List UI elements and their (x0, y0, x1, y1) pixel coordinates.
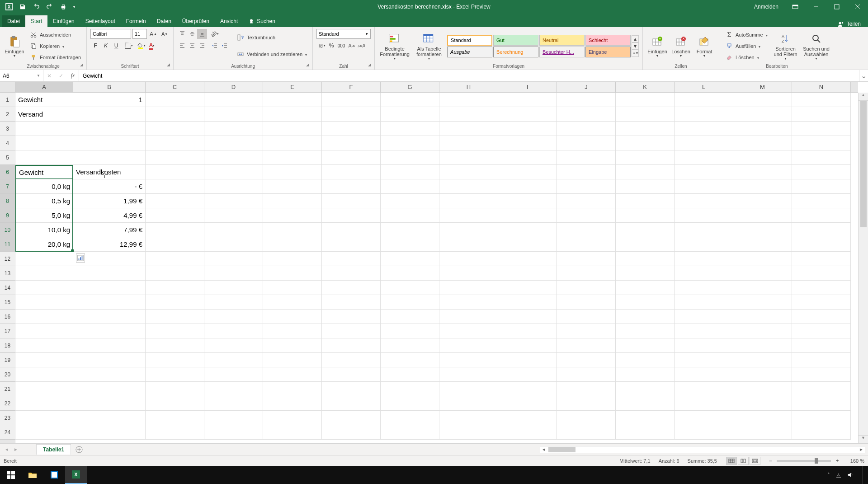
cell-A1[interactable]: Gewicht (15, 93, 73, 107)
cell-K11[interactable] (616, 237, 675, 252)
cell-B23[interactable] (73, 411, 146, 425)
italic-button[interactable]: K (101, 41, 111, 51)
insert-cells-button[interactable]: +Einfügen▼ (646, 29, 668, 63)
cell-K3[interactable] (616, 122, 675, 136)
cell-K8[interactable] (616, 194, 675, 208)
cell-I20[interactable] (498, 367, 557, 382)
cell-D3[interactable] (204, 122, 263, 136)
cell-D8[interactable] (204, 194, 263, 208)
cell-D6[interactable] (204, 165, 263, 179)
cell-L10[interactable] (675, 223, 733, 237)
cell-D24[interactable] (204, 425, 263, 440)
taskbar-file-explorer-icon[interactable] (22, 466, 43, 484)
cell-G23[interactable] (381, 411, 439, 425)
cell-H2[interactable] (439, 107, 498, 122)
cell-style-eingabe[interactable]: Eingabe (585, 47, 631, 57)
redo-icon[interactable] (43, 0, 56, 13)
cell-style-gut[interactable]: Gut (493, 35, 538, 46)
tab-review[interactable]: Überprüfen (177, 15, 215, 27)
cell-C23[interactable] (146, 411, 204, 425)
cell-J6[interactable] (557, 165, 616, 179)
cell-J22[interactable] (557, 396, 616, 411)
cell-I1[interactable] (498, 93, 557, 107)
cell-B24[interactable] (73, 425, 146, 440)
cell-E20[interactable] (263, 367, 322, 382)
cell-C9[interactable] (146, 208, 204, 223)
cell-J2[interactable] (557, 107, 616, 122)
cell-N24[interactable] (792, 425, 851, 440)
cell-C22[interactable] (146, 396, 204, 411)
cell-K19[interactable] (616, 353, 675, 367)
cell-B8[interactable]: 1,99 € (73, 194, 146, 208)
cell-N19[interactable] (792, 353, 851, 367)
cell-A6[interactable]: Gewicht (15, 165, 73, 179)
cell-G11[interactable] (381, 237, 439, 252)
cell-E3[interactable] (263, 122, 322, 136)
accounting-format-icon[interactable]: ₪▾ (316, 41, 326, 51)
cell-E11[interactable] (263, 237, 322, 252)
cell-style-neutral[interactable]: Neutral (539, 35, 585, 46)
cell-N20[interactable] (792, 367, 851, 382)
cell-N5[interactable] (792, 150, 851, 165)
increase-font-icon[interactable]: A▲ (148, 29, 158, 39)
cell-J12[interactable] (557, 252, 616, 266)
vertical-scrollbar[interactable]: ▲ ▼ (858, 93, 868, 443)
row-header-15[interactable]: 15 (0, 295, 15, 310)
cell-D21[interactable] (204, 382, 263, 396)
cell-A11[interactable]: 20,0 kg (15, 237, 73, 252)
cell-A10[interactable]: 10,0 kg (15, 223, 73, 237)
cell-F1[interactable] (322, 93, 381, 107)
cell-L15[interactable] (675, 295, 733, 310)
cell-B3[interactable] (73, 122, 146, 136)
cell-E4[interactable] (263, 136, 322, 150)
cell-J7[interactable] (557, 179, 616, 194)
cell-style-schlecht[interactable]: Schlecht (585, 35, 631, 46)
cell-L9[interactable] (675, 208, 733, 223)
font-name-input[interactable] (90, 29, 131, 39)
cell-E5[interactable] (263, 150, 322, 165)
cell-H4[interactable] (439, 136, 498, 150)
cell-D18[interactable] (204, 338, 263, 353)
taskbar-excel-icon[interactable]: X (65, 466, 87, 484)
cell-M19[interactable] (733, 353, 792, 367)
cell-K4[interactable] (616, 136, 675, 150)
cell-K10[interactable] (616, 223, 675, 237)
column-header-J[interactable]: J (557, 82, 616, 92)
cell-F2[interactable] (322, 107, 381, 122)
cell-F17[interactable] (322, 324, 381, 338)
cell-H21[interactable] (439, 382, 498, 396)
cell-I19[interactable] (498, 353, 557, 367)
styles-more[interactable]: ＝▾ (632, 50, 639, 57)
cell-G6[interactable] (381, 165, 439, 179)
cell-A23[interactable] (15, 411, 73, 425)
quick-analysis-icon[interactable] (76, 253, 85, 263)
cell-L16[interactable] (675, 310, 733, 324)
row-header-22[interactable]: 22 (0, 396, 15, 411)
cell-A5[interactable] (15, 150, 73, 165)
cell-K20[interactable] (616, 367, 675, 382)
cell-M20[interactable] (733, 367, 792, 382)
cell-E24[interactable] (263, 425, 322, 440)
tray-network-icon[interactable] (835, 472, 842, 478)
cell-G1[interactable] (381, 93, 439, 107)
cell-E8[interactable] (263, 194, 322, 208)
cell-G22[interactable] (381, 396, 439, 411)
cell-B20[interactable] (73, 367, 146, 382)
align-middle-icon[interactable] (187, 29, 197, 39)
cell-L22[interactable] (675, 396, 733, 411)
cell-I16[interactable] (498, 310, 557, 324)
sheet-tab-1[interactable]: Tabelle1 (36, 444, 71, 455)
cell-C12[interactable] (146, 252, 204, 266)
cell-N11[interactable] (792, 237, 851, 252)
formula-bar-expand-icon[interactable]: ⌄ (859, 70, 868, 81)
cell-D7[interactable] (204, 179, 263, 194)
row-header-19[interactable]: 19 (0, 353, 15, 367)
cell-L12[interactable] (675, 252, 733, 266)
cell-N7[interactable] (792, 179, 851, 194)
cell-D10[interactable] (204, 223, 263, 237)
cell-C14[interactable] (146, 281, 204, 295)
cell-L4[interactable] (675, 136, 733, 150)
cell-D12[interactable] (204, 252, 263, 266)
cell-H20[interactable] (439, 367, 498, 382)
cell-J9[interactable] (557, 208, 616, 223)
